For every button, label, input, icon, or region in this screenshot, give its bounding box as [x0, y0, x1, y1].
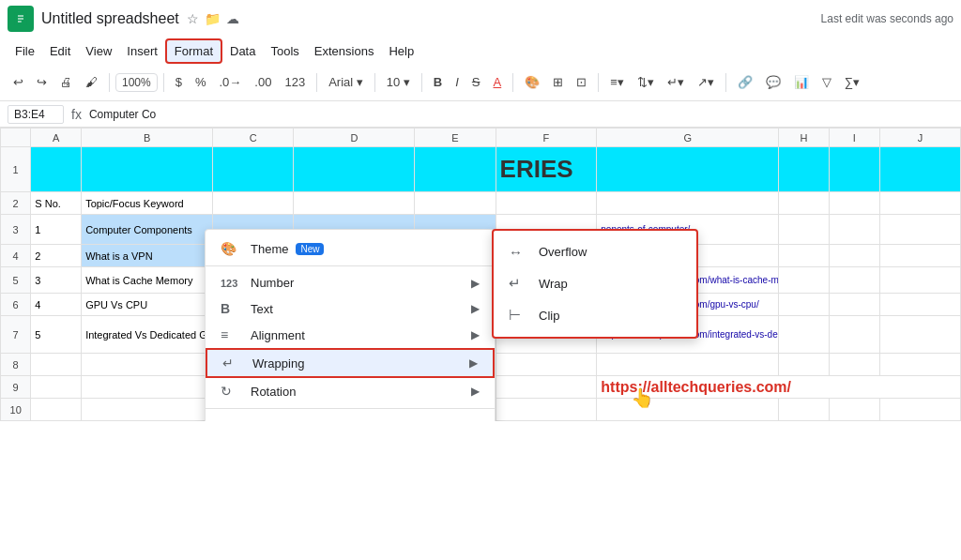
cell-j4[interactable]	[879, 245, 960, 267]
col-header-a[interactable]: A	[31, 129, 82, 147]
cell-j7[interactable]	[879, 316, 960, 354]
cell-j10[interactable]	[879, 399, 960, 421]
wrap-option-wrap[interactable]: ↵ Wrap	[494, 267, 696, 299]
bold-button[interactable]: B	[428, 71, 448, 93]
cell-a10[interactable]	[31, 399, 82, 421]
redo-button[interactable]: ↪	[31, 71, 53, 93]
menu-item-alignment[interactable]: ≡ Alignment ▶	[206, 322, 495, 348]
cell-h7[interactable]	[779, 316, 830, 354]
text-wrap-button[interactable]: ↵▾	[662, 71, 690, 93]
cell-b1[interactable]	[82, 147, 213, 192]
cell-g8[interactable]	[597, 354, 779, 376]
col-header-f[interactable]: F	[496, 129, 597, 147]
cell-f2[interactable]	[496, 192, 597, 215]
comment-button[interactable]: 💬	[760, 71, 786, 93]
cell-j6[interactable]	[879, 294, 960, 316]
cell-i3[interactable]	[829, 215, 879, 245]
borders-button[interactable]: ⊞	[547, 71, 569, 93]
format-percent-button[interactable]: %	[190, 71, 212, 93]
cell-g10[interactable]	[597, 399, 779, 421]
cell-b9[interactable]	[82, 376, 213, 399]
menu-item-rotation[interactable]: ↻ Rotation ▶	[206, 378, 495, 404]
menu-item-theme[interactable]: 🎨 Theme New	[206, 235, 495, 262]
cell-j8[interactable]	[879, 354, 960, 376]
cell-a1[interactable]	[31, 147, 82, 192]
col-header-d[interactable]: D	[294, 129, 415, 147]
italic-button[interactable]: I	[450, 71, 465, 93]
col-header-j[interactable]: J	[879, 129, 960, 147]
cell-b2[interactable]: Topic/Focus Keyword	[82, 192, 213, 215]
decimal-decrease-button[interactable]: .0→	[214, 71, 248, 93]
cell-i2[interactable]	[829, 192, 879, 215]
cell-c1[interactable]	[213, 147, 294, 192]
cell-e2[interactable]	[415, 192, 496, 215]
col-header-e[interactable]: E	[415, 129, 496, 147]
cell-b5[interactable]: What is Cache Memory	[82, 267, 213, 294]
col-header-c[interactable]: C	[213, 129, 294, 147]
cell-i10[interactable]	[829, 399, 879, 421]
col-header-g[interactable]: G	[597, 129, 779, 147]
menu-format[interactable]: Format	[165, 38, 222, 64]
cell-b6[interactable]: GPU Vs CPU	[82, 294, 213, 316]
paint-format-button[interactable]: 🖌	[80, 71, 103, 93]
cell-a9[interactable]	[31, 376, 82, 399]
cell-a3[interactable]: 1	[31, 215, 82, 245]
align-v-button[interactable]: ⇅▾	[632, 71, 660, 93]
decimal-increase-button[interactable]: .00	[249, 71, 277, 93]
cell-f9[interactable]	[496, 376, 597, 399]
cell-a8[interactable]	[31, 354, 82, 376]
menu-data[interactable]: Data	[222, 40, 263, 62]
menu-help[interactable]: Help	[381, 40, 421, 62]
filter-button[interactable]: ▽	[816, 71, 837, 93]
functions-button[interactable]: ∑▾	[839, 71, 865, 93]
cell-b8[interactable]	[82, 354, 213, 376]
cell-b10[interactable]	[82, 399, 213, 421]
cell-i8[interactable]	[829, 354, 879, 376]
wrap-option-overflow[interactable]: ↔ Overflow	[494, 236, 696, 267]
cell-a2[interactable]: S No.	[31, 192, 82, 215]
cloud-icon[interactable]: ☁	[226, 11, 239, 26]
cell-b4[interactable]: What is a VPN	[82, 245, 213, 267]
cell-g2[interactable]	[597, 192, 779, 215]
menu-item-font-size[interactable]: TT Font size ▶	[206, 413, 495, 421]
col-header-b[interactable]: B	[82, 129, 213, 147]
menu-insert[interactable]: Insert	[119, 40, 165, 62]
cell-e1[interactable]	[415, 147, 496, 192]
cell-j5[interactable]	[879, 267, 960, 294]
menu-edit[interactable]: Edit	[42, 40, 78, 62]
cell-f10[interactable]	[496, 399, 597, 421]
menu-item-text[interactable]: B Text ▶	[206, 295, 495, 322]
cell-a4[interactable]: 2	[31, 245, 82, 267]
menu-item-number[interactable]: 123 Number ▶	[206, 270, 495, 295]
wrap-option-clip[interactable]: ⊢ Clip	[494, 299, 696, 331]
cell-a5[interactable]: 3	[31, 267, 82, 294]
cell-i7[interactable]	[829, 316, 879, 354]
cell-h4[interactable]	[779, 245, 830, 267]
format-number-button[interactable]: 123	[279, 71, 311, 93]
cell-h10[interactable]	[779, 399, 830, 421]
cell-i1[interactable]	[829, 147, 879, 192]
cell-h3[interactable]	[779, 215, 830, 245]
fill-color-button[interactable]: 🎨	[519, 71, 545, 93]
menu-view[interactable]: View	[78, 40, 119, 62]
folder-icon[interactable]: 📁	[205, 11, 221, 26]
merge-button[interactable]: ⊡	[571, 71, 592, 93]
menu-extensions[interactable]: Extensions	[307, 40, 382, 62]
star-icon[interactable]: ☆	[187, 11, 199, 26]
cell-d2[interactable]	[294, 192, 415, 215]
cell-j3[interactable]	[879, 215, 960, 245]
menu-tools[interactable]: Tools	[263, 40, 306, 62]
link-button[interactable]: 🔗	[732, 71, 758, 93]
cell-b7[interactable]: Integrated Vs Dedicated Graphics	[82, 316, 213, 354]
menu-file[interactable]: File	[8, 40, 42, 62]
cell-f1[interactable]: ERIES	[496, 147, 597, 192]
font-selector[interactable]: Arial ▾	[323, 71, 369, 93]
format-currency-button[interactable]: $	[170, 71, 188, 93]
cell-h6[interactable]	[779, 294, 830, 316]
cell-j2[interactable]	[879, 192, 960, 215]
cell-a7[interactable]: 5	[31, 316, 82, 354]
align-h-button[interactable]: ≡▾	[604, 71, 630, 93]
cell-i4[interactable]	[829, 245, 879, 267]
col-header-i[interactable]: I	[829, 129, 879, 147]
cell-h5[interactable]	[779, 267, 830, 294]
